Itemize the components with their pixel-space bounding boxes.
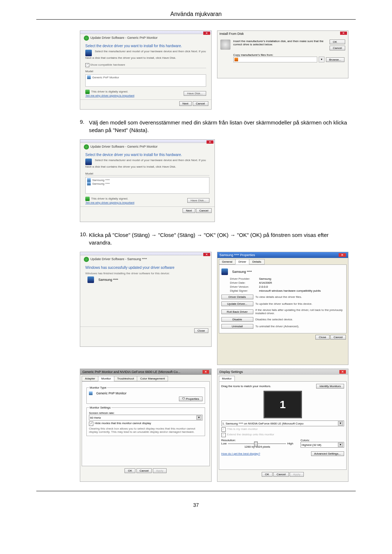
back-icon[interactable] [84,144,89,149]
model-header: Model [85,172,209,176]
display-settings-dialog: Display Settings✕ Monitor Drag the icons… [217,369,349,482]
close-icon[interactable]: ✕ [203,253,210,256]
driver-details-desc: To view details about the driver files. [256,295,344,299]
have-disk-button[interactable]: Have Disk... [187,198,209,203]
tab-details[interactable]: Details [249,259,264,264]
close-icon[interactable]: ✕ [340,32,347,35]
tab-general[interactable]: General [219,259,236,264]
next-button[interactable]: Next [179,101,192,106]
cancel-button[interactable]: Cancel [330,335,346,340]
apply-button[interactable]: Apply [153,468,167,473]
page-header: Använda mjukvaran [36,11,356,17]
compat-checkbox-label[interactable]: Show compatible hardware [90,63,125,66]
monitor-preview[interactable]: 1 [264,391,302,418]
monitor-select-dropdown[interactable]: 1. Samsung **** on NVIDIA GeForce 6600 L… [221,420,344,426]
model-item[interactable]: Samsung **** [92,178,110,182]
cancel-button[interactable]: Cancel [330,46,345,50]
slider-low: Low [221,442,227,445]
driver-details-button[interactable]: Driver Details [221,295,253,299]
date-label: Driver Date: [230,281,259,284]
uninstall-button[interactable]: Uninstall [221,324,253,329]
provider-label: Driver Provider: [230,277,259,280]
cancel-button[interactable]: Cancel [136,468,152,473]
colors-label: Colors: [301,439,344,442]
monitor-properties-dialog: Samsung **** Properties✕ General Driver … [217,252,349,365]
identify-monitors-button[interactable]: Identify Monitors [316,384,344,389]
model-item[interactable]: Generic PnP Monitor [92,76,119,79]
close-button[interactable]: Close [315,335,329,340]
ok-button[interactable]: OK [262,472,273,477]
have-disk-button[interactable]: Have Disk... [184,91,206,96]
disable-button[interactable]: Disable [221,317,253,322]
hide-modes-desc: Clearing this check box allows you to se… [89,427,203,434]
signing-link[interactable]: Tell me why driver signing is important [85,94,134,97]
monitor-item-icon [87,75,91,79]
tab-driver[interactable]: Driver [235,259,249,264]
signer-label: Digital Signer: [230,289,259,292]
rollback-button[interactable]: Roll Back Driver [221,309,253,314]
device-name: Samsung **** [98,278,118,282]
step8-screens: ✕ Update Driver Software - Generic PnP M… [80,30,348,110]
close-icon[interactable]: ✕ [339,370,346,374]
cancel-button[interactable]: Cancel [196,208,212,213]
extend-desktop-label: Extend the desktop onto this monitor [227,433,274,436]
slider-high: High [287,442,293,445]
refresh-label: Screen refresh rate: [89,411,203,415]
tab-monitor[interactable]: Monitor [98,376,114,381]
chevron-down-icon[interactable]: ▾ [196,415,201,420]
step-number: 10. [80,231,89,237]
shield-icon [85,197,90,201]
step-number: 9. [80,119,89,125]
tab-troubleshoot[interactable]: Troubleshoot [114,376,137,381]
close-icon[interactable]: ✕ [203,32,210,35]
next-button[interactable]: Next [183,208,195,213]
refresh-dropdown[interactable]: 60 Hertz▾ [89,415,203,420]
adapter-properties-dialog: Generic PnP Monitor and NVIDIA GeForce 6… [80,369,212,482]
properties-button[interactable]: 🛡 Properties [179,397,203,401]
hide-modes-checkbox[interactable]: ✓ [89,422,93,426]
back-icon[interactable] [84,257,89,262]
help-link[interactable]: How do I get the best display? [221,452,260,455]
step-text: Klicka på "Close" (Stäng) → "Close" (Stä… [89,231,348,246]
close-icon[interactable]: ✕ [207,140,213,144]
chevron-down-icon[interactable]: ▾ [338,421,343,426]
monitor-icon [87,276,94,283]
tab-color-management[interactable]: Color Management [137,376,168,381]
colors-dropdown[interactable]: Highest (32 bit)▾ [301,442,344,448]
model-item[interactable]: Samsung **** [92,182,110,185]
ok-button[interactable]: OK [124,468,135,473]
resolution-slider[interactable] [228,443,286,444]
monitor-name: Generic PnP Monitor [96,391,126,395]
wizard-hint: Select the manufacturer and model of you… [85,50,206,59]
ok-button[interactable]: OK [330,40,345,44]
copy-label: Copy manufacturer's files from: [233,53,345,57]
signing-link[interactable]: Tell me why driver signing is important [85,201,134,204]
hide-modes-label: Hide modes that this monitor cannot disp… [95,422,151,425]
chevron-down-icon[interactable]: ▾ [338,443,343,447]
back-icon[interactable] [84,36,89,41]
close-button[interactable]: Close [194,328,208,333]
copy-path-input[interactable] [233,57,317,62]
model-list[interactable]: Samsung **** Samsung **** [85,177,209,194]
dropdown-arrow-icon[interactable]: ▾ [319,57,324,62]
advanced-settings-button[interactable]: Advanced Settings... [311,451,344,456]
browse-button[interactable]: Browse... [326,57,344,62]
wizard-close: ✕ Update Driver Software - Samsung **** … [80,252,212,347]
cancel-button[interactable]: Cancel [193,101,208,106]
tab-adapter[interactable]: Adapter [82,376,98,381]
update-driver-button[interactable]: Update Driver... [221,301,253,306]
shield-icon [85,90,90,94]
cancel-button[interactable]: Cancel [273,472,289,477]
close-icon[interactable]: ✕ [339,253,346,257]
tab-monitor[interactable]: Monitor [219,376,235,381]
extend-desktop-checkbox: ✓ [221,433,226,437]
apply-button[interactable]: Apply [290,472,303,477]
success-title: Windows has successfully updated your dr… [80,263,211,272]
close-icon[interactable]: ✕ [203,370,209,374]
model-list[interactable]: Generic PnP Monitor [85,74,206,87]
rollback-desc: If the device fails after updating the d… [256,308,344,315]
drive-icon [234,58,238,61]
wizard-title: Select the device driver you want to ins… [80,42,211,50]
monitor-item-icon [87,178,91,182]
signed-text: This driver is digitally signed. [91,197,128,200]
